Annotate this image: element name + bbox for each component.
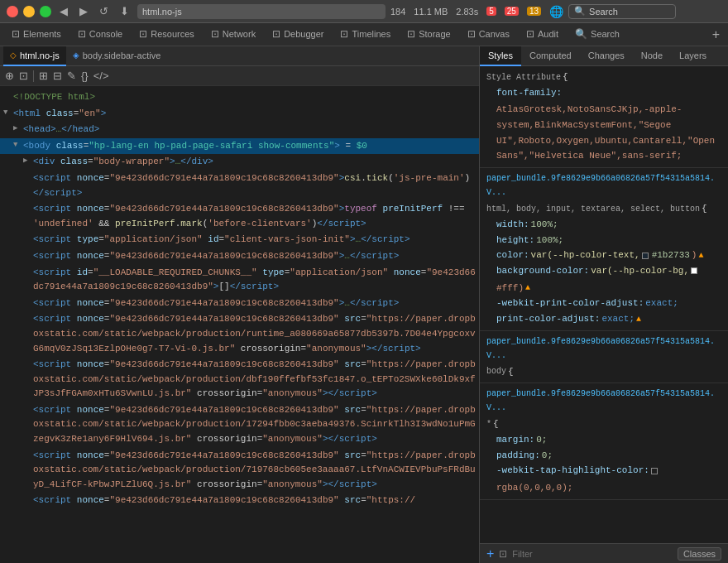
tree-row[interactable]: <script nonce="9e423d66dc791e44a7a1809c1… (0, 171, 479, 201)
search-label: Search (589, 7, 618, 17)
add-panel-button[interactable]: + (707, 27, 725, 42)
file-tab-html-label: html.no-js (20, 51, 60, 60)
tree-content: <script nonce="9e423d66dc791e44a7a1809c1… (33, 403, 476, 447)
url-bar[interactable]: html.no-js (137, 4, 386, 19)
tab-debugger[interactable]: ⊡ Debugger (264, 23, 332, 46)
cursor-icon[interactable]: ⊕ (5, 70, 14, 82)
tab-debugger-label: Debugger (284, 29, 323, 39)
tree-content: <script nonce="9e423d66dc791e44a7a1809c1… (33, 449, 476, 493)
refresh-button[interactable]: ↺ (96, 5, 112, 17)
tab-console[interactable]: ⊡ Console (69, 23, 131, 46)
style-prop: print-color-adjust: (496, 311, 600, 327)
style-val: var(--hp-color-bg, (591, 263, 689, 279)
style-val: ) (692, 248, 697, 263)
minimize-button[interactable] (23, 6, 35, 17)
style-source-header: paper_bundle.9fe8629e9b66a06826a57f54315… (486, 171, 721, 200)
tree-row[interactable]: <script nonce="9e423d66dc791e44a7a1809c1… (0, 296, 479, 312)
style-val: 0; (536, 432, 547, 448)
tree-row[interactable]: ▶ <div class="body-wrapper">…</div> (0, 154, 479, 171)
expand-arrow[interactable]: ▶ (13, 123, 23, 134)
warning-icon: ▲ (698, 248, 703, 262)
timelines-icon: ⊡ (340, 28, 348, 40)
pencil-icon[interactable]: ✎ (67, 70, 76, 82)
search-icon: 🔍 (574, 6, 586, 17)
tree-row[interactable]: <!DOCTYPE html> (0, 89, 479, 106)
tree-content: <script id="__LOADABLE_REQUIRED_CHUNKS__… (33, 266, 476, 295)
tab-network-label: Network (223, 29, 256, 39)
tree-row[interactable]: <script id="__LOADABLE_REQUIRED_CHUNKS__… (0, 265, 479, 296)
style-prop: padding: (496, 448, 540, 464)
tab-timelines[interactable]: ⊡ Timelines (332, 23, 399, 46)
console-icon: ⊡ (78, 28, 86, 40)
tab-network[interactable]: ⊡ Network (203, 23, 264, 46)
tree-row[interactable]: <script nonce="9e423d66dc791e44a7a1809c1… (0, 448, 479, 493)
tree-row[interactable]: <script nonce="9e423d66dc791e44a7a1809c1… (0, 311, 479, 357)
tree-row-selected[interactable]: ▼ <body class="hp-lang-en hp-pad-page-sa… (0, 138, 479, 155)
tree-content: <head>…</head> (23, 123, 476, 137)
forward-button[interactable]: ▶ (76, 5, 91, 17)
tree-content: <!DOCTYPE html> (13, 90, 476, 105)
maximize-button[interactable] (40, 6, 51, 17)
style-section-star: paper_bundle.9fe8629e9b66a06826a57f54315… (480, 383, 728, 499)
file-tab-body[interactable]: ◈ body.sidebar-active (66, 46, 168, 66)
layers-icon[interactable]: ⊟ (53, 70, 62, 82)
tab-search-label: Search (591, 29, 620, 39)
tree-content: <div class="body-wrapper">…</div> (33, 155, 476, 170)
tab-resources-label: Resources (151, 29, 194, 39)
style-val: #fff) (496, 281, 524, 296)
style-selector-body: body (486, 364, 506, 378)
move-icon[interactable]: ⊞ (39, 70, 48, 82)
style-val: exact; (601, 311, 635, 327)
expand-arrow[interactable]: ▶ (23, 155, 33, 166)
tree-row[interactable]: <script type="application/json" id="clie… (0, 232, 479, 248)
color-swatch-white (691, 267, 697, 274)
tab-storage[interactable]: ⊡ Storage (399, 23, 459, 46)
back-button[interactable]: ◀ (56, 5, 71, 17)
warning-icon: ▲ (636, 312, 641, 326)
storage-icon: ⊡ (407, 28, 415, 40)
expand-arrow[interactable]: ▼ (13, 139, 23, 151)
color-swatch-transparent (651, 468, 658, 474)
tab-canvas[interactable]: ⊡ Canvas (459, 23, 518, 46)
tab-elements-label: Elements (23, 29, 61, 39)
style-val: 100%; (531, 217, 558, 233)
warnings-red-badge: 25 (505, 7, 519, 16)
tree-row[interactable]: ▼ <html class="en"> (0, 106, 479, 123)
tab-computed[interactable]: Computed (521, 46, 580, 66)
inspect-icon[interactable]: ⊡ (19, 70, 28, 82)
browser-search-bar[interactable]: 🔍 Search (568, 4, 676, 19)
tree-row[interactable]: <script nonce="9e423d66dc791e44a7a1809c1… (0, 402, 479, 448)
styles-panel: Styles Computed Changes Node Layers Styl… (480, 46, 728, 563)
tree-content: <script nonce="9e423d66dc791e44a7a1809c1… (33, 202, 476, 231)
tree-row[interactable]: <script nonce="9e423d66dc791e44a7a1809c1… (0, 201, 479, 232)
tab-audit[interactable]: ⊡ Audit (518, 23, 567, 46)
tree-row[interactable]: ▶ <head>…</head> (0, 122, 479, 138)
brackets-icon[interactable]: {} (81, 70, 89, 82)
color-swatch (642, 253, 649, 259)
filter-input[interactable] (512, 549, 673, 559)
download-button[interactable]: ⬇ (117, 5, 132, 17)
style-prop: -webkit-print-color-adjust: (496, 296, 644, 311)
tab-storage-label: Storage (419, 29, 451, 39)
tab-search[interactable]: 🔍 Search (567, 23, 628, 46)
classes-button[interactable]: Classes (678, 547, 721, 561)
tab-resources[interactable]: ⊡ Resources (131, 23, 203, 46)
expand-arrow[interactable]: ▼ (3, 107, 13, 118)
tab-changes[interactable]: Changes (580, 46, 633, 66)
devtools-main: ◇ html.no-js ◈ body.sidebar-active ⊕ ⊡ ⊞… (0, 46, 728, 563)
elements-icon: ⊡ (12, 28, 20, 40)
add-style-button[interactable]: + (486, 546, 494, 561)
tab-layers[interactable]: Layers (671, 46, 715, 66)
tree-row[interactable]: <script nonce="9e423d66dc791e44a7a1809c1… (0, 493, 479, 509)
tree-row[interactable]: <script nonce="9e423d66dc791e44a7a1809c1… (0, 248, 479, 265)
tab-console-label: Console (89, 29, 122, 39)
close-button[interactable] (7, 6, 18, 17)
file-tab-html[interactable]: ◇ html.no-js (3, 46, 66, 66)
tab-styles[interactable]: Styles (480, 46, 521, 66)
tab-node[interactable]: Node (633, 46, 671, 66)
tree-row[interactable]: <script nonce="9e423d66dc791e44a7a1809c1… (0, 357, 479, 402)
dom-tree[interactable]: <!DOCTYPE html> ▼ <html class="en"> ▶ <h… (0, 86, 479, 563)
style-prop: background-color: (496, 263, 589, 279)
tab-elements[interactable]: ⊡ Elements (3, 23, 69, 46)
code-icon[interactable]: </> (93, 70, 109, 82)
